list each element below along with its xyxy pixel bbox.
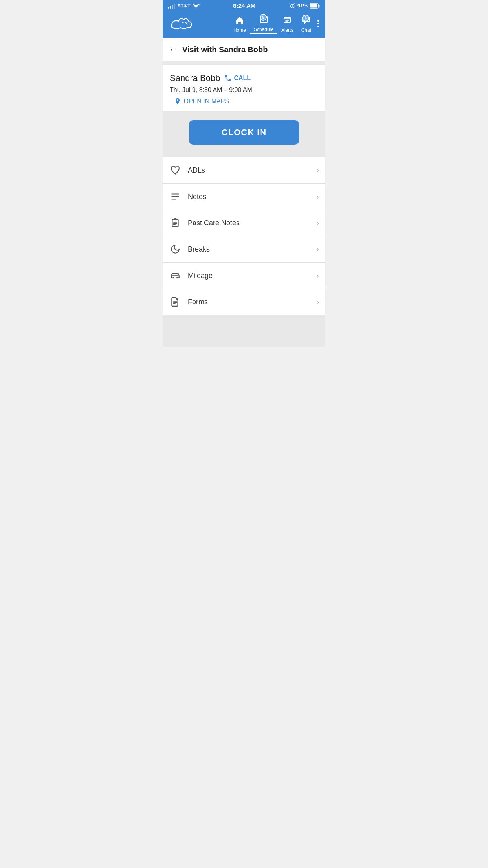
status-time: 8:24 AM: [233, 2, 255, 9]
nav-item-schedule[interactable]: 5 Schedule: [250, 13, 277, 34]
mileage-chevron: ›: [317, 272, 319, 280]
page-title: Visit with Sandra Bobb: [182, 45, 268, 54]
svg-rect-4: [318, 5, 319, 7]
maps-row: , OPEN IN MAPS: [170, 97, 318, 105]
status-bar: AT&T 8:24 AM 91%: [163, 0, 325, 11]
menu-item-forms[interactable]: Forms ›: [163, 289, 325, 315]
svg-rect-3: [310, 4, 317, 7]
call-button[interactable]: CALL: [224, 74, 251, 82]
call-label: CALL: [234, 75, 251, 82]
clock-in-button[interactable]: CLOCK IN: [189, 120, 299, 145]
svg-point-10: [172, 277, 174, 278]
status-left: AT&T: [168, 3, 200, 9]
mileage-label: Mileage: [188, 272, 310, 280]
nav-alerts-label: Alerts: [281, 28, 294, 33]
visit-info-section: Sandra Bobb CALL Thu Jul 9, 8:30 AM – 9:…: [163, 65, 325, 111]
past-care-notes-label: Past Care Notes: [188, 219, 310, 227]
open-in-maps-button[interactable]: OPEN IN MAPS: [174, 97, 229, 105]
wifi-icon: [193, 3, 200, 9]
more-dot-1: [317, 20, 319, 22]
nav-home-label: Home: [233, 28, 246, 33]
breaks-chevron: ›: [317, 245, 319, 254]
map-pin-icon: [174, 97, 182, 105]
client-name-row: Sandra Bobb CALL: [170, 73, 318, 83]
top-divider: [163, 61, 325, 65]
menu-list: ADLs › Notes › Past Care Notes ›: [163, 157, 325, 315]
app-logo: [167, 14, 194, 33]
svg-point-11: [176, 277, 178, 278]
forms-label: Forms: [188, 298, 310, 306]
nav-bar: Home 5 Schedule Al: [163, 11, 325, 38]
nav-item-alerts[interactable]: Alerts: [277, 14, 297, 34]
moon-icon: [169, 244, 182, 254]
breaks-label: Breaks: [188, 245, 310, 254]
signal-icon: [168, 3, 175, 9]
schedule-badge: 5: [260, 14, 267, 21]
nav-more-button[interactable]: [315, 17, 321, 30]
menu-item-adls[interactable]: ADLs ›: [163, 157, 325, 184]
maps-label: OPEN IN MAPS: [183, 98, 229, 105]
more-dot-3: [317, 26, 319, 27]
alerts-icon: [283, 15, 292, 26]
chat-badge: 3: [302, 15, 309, 22]
more-dot-2: [317, 23, 319, 24]
notes-chevron: ›: [317, 193, 319, 201]
clock-divider: [163, 154, 325, 157]
forms-chevron: ›: [317, 298, 319, 306]
document-icon: [169, 297, 182, 307]
address-comma: ,: [170, 98, 171, 105]
car-icon: [169, 270, 182, 281]
menu-item-mileage[interactable]: Mileage ›: [163, 263, 325, 289]
nav-item-home[interactable]: Home: [229, 14, 250, 34]
home-icon: [235, 15, 244, 26]
svg-point-0: [195, 7, 196, 8]
menu-item-breaks[interactable]: Breaks ›: [163, 236, 325, 263]
heart-icon: [169, 165, 182, 175]
clipboard-icon: [169, 218, 182, 228]
past-care-notes-chevron: ›: [317, 219, 319, 227]
battery-percent: 91%: [297, 3, 308, 9]
menu-item-notes[interactable]: Notes ›: [163, 184, 325, 210]
client-name: Sandra Bobb: [170, 73, 220, 83]
notes-label: Notes: [188, 193, 310, 201]
bottom-spacer: [163, 315, 325, 347]
clock-in-section: CLOCK IN: [163, 111, 325, 154]
phone-icon: [224, 74, 232, 82]
nav-item-chat[interactable]: 3 Chat: [297, 14, 315, 34]
status-right: 91%: [289, 3, 320, 9]
back-button[interactable]: ←: [169, 44, 178, 55]
adls-chevron: ›: [317, 166, 319, 175]
lines-icon: [169, 191, 182, 202]
menu-item-past-care-notes[interactable]: Past Care Notes ›: [163, 210, 325, 236]
visit-time: Thu Jul 9, 8:30 AM – 9:00 AM: [170, 86, 318, 94]
carrier-label: AT&T: [177, 3, 191, 9]
adls-label: ADLs: [188, 166, 310, 175]
nav-chat-label: Chat: [301, 28, 311, 33]
page-header: ← Visit with Sandra Bobb: [163, 38, 325, 61]
nav-schedule-label: Schedule: [254, 27, 273, 32]
alarm-icon: [289, 3, 295, 9]
battery-icon: [310, 3, 320, 9]
